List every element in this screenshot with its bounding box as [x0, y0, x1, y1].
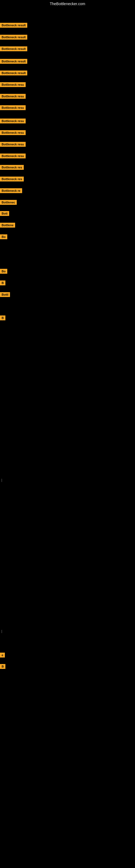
bottleneck-badge: Bo — [0, 269, 7, 275]
bottleneck-badge: Bottleneck resu — [0, 119, 26, 124]
bottleneck-badge: Bottleneck result — [0, 70, 27, 76]
bottleneck-badge: B — [0, 280, 5, 286]
bottleneck-badge: Bottleneck resu — [0, 142, 26, 148]
bottleneck-badge: Bottlene — [0, 223, 15, 229]
bottleneck-badge: Bott — [0, 211, 9, 217]
bottleneck-badge: B — [0, 315, 5, 321]
bottleneck-badge: B — [0, 664, 5, 670]
site-title: TheBottlenecker.com — [0, 0, 135, 8]
bottleneck-badge: Bottl — [0, 292, 10, 298]
vertical-indicator: | — [1, 629, 2, 633]
bottleneck-badge: e — [0, 653, 5, 659]
bottleneck-badge: Bottleneck resu — [0, 94, 26, 100]
bottleneck-badge: Bottleneck result — [0, 46, 27, 52]
bottleneck-badge: Bottleneck result — [0, 23, 27, 29]
bottleneck-badge: Bottleneck result — [0, 35, 27, 41]
bottleneck-badge: Bottleneck resu — [0, 130, 26, 136]
bottleneck-badge: Bottleneck result — [0, 59, 27, 65]
bottleneck-badge: Bottleneck resu — [0, 82, 26, 88]
bottleneck-badge: Bottleneck res — [0, 177, 24, 183]
vertical-indicator: | — [1, 478, 2, 482]
bottleneck-badge: Bottleneck re — [0, 188, 22, 194]
bottleneck-badge: Bottlenec — [0, 200, 17, 206]
bottleneck-badge: Bottleneck resu — [0, 154, 26, 159]
bottleneck-badge: Bo — [0, 235, 7, 240]
bottleneck-badge: Bottleneck resu — [0, 105, 26, 111]
bottleneck-badge: Bottleneck res — [0, 165, 24, 171]
